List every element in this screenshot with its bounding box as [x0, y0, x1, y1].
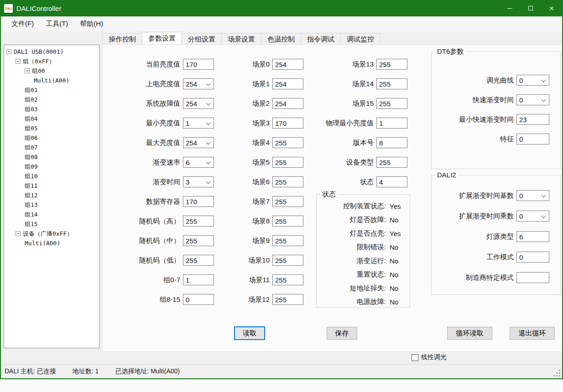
scene-input[interactable]: [272, 274, 303, 285]
field-input[interactable]: [183, 294, 214, 305]
save-button[interactable]: 保存: [327, 327, 357, 340]
tree-node[interactable]: 组05: [4, 124, 99, 133]
scene-input[interactable]: [272, 157, 303, 168]
tree-node[interactable]: Multi(A00): [4, 238, 99, 248]
scene-input[interactable]: [272, 137, 303, 148]
tree-node[interactable]: 组07: [4, 143, 99, 152]
form-row: 场景13: [312, 59, 407, 70]
loop-read-button[interactable]: 循环读取: [447, 327, 492, 340]
field-input[interactable]: [376, 118, 407, 129]
field-input[interactable]: [183, 196, 214, 207]
tree-node[interactable]: 组11: [4, 181, 99, 191]
field-label: 场景7: [214, 197, 272, 206]
form-row: 场景7: [214, 196, 303, 207]
field-input[interactable]: [376, 176, 407, 187]
field-input[interactable]: [376, 78, 407, 89]
menu-item[interactable]: 工具(T): [40, 17, 74, 31]
field-input[interactable]: [183, 216, 214, 227]
field-input[interactable]: [516, 134, 549, 144]
scene-input[interactable]: [272, 118, 303, 129]
field-input[interactable]: [516, 114, 549, 125]
maximize-button[interactable]: [520, 0, 541, 16]
tree-collapse-icon[interactable]: [6, 49, 11, 54]
tab[interactable]: 调试监控: [340, 33, 381, 44]
tab[interactable]: 指令调试: [301, 33, 341, 44]
exit-loop-button[interactable]: 退出循环: [510, 327, 555, 340]
field-combobox[interactable]: 254: [183, 137, 214, 148]
field-input[interactable]: [376, 157, 407, 168]
field-input[interactable]: [183, 274, 214, 285]
field-combobox[interactable]: 0: [516, 94, 549, 105]
scene-input[interactable]: [272, 59, 303, 70]
tree-node[interactable]: 组02: [4, 95, 99, 104]
field-combobox[interactable]: 0: [516, 211, 549, 222]
tree-node[interactable]: DALI USB(0001): [4, 47, 99, 57]
menu-item[interactable]: 帮助(H): [74, 17, 109, 31]
close-button[interactable]: ×: [541, 0, 562, 16]
scene-input[interactable]: [272, 235, 303, 246]
scene-input[interactable]: [272, 196, 303, 207]
tab[interactable]: 参数设置: [142, 32, 182, 44]
tree-node[interactable]: 组12: [4, 191, 99, 200]
scene-input[interactable]: [272, 98, 303, 109]
form-row: 场景12: [214, 294, 303, 305]
minimize-button[interactable]: [499, 0, 520, 16]
tree-node[interactable]: 组01: [4, 85, 99, 95]
tree-node[interactable]: 组03: [4, 104, 99, 114]
tree-node[interactable]: 组06: [4, 133, 99, 143]
tree-node[interactable]: 组10: [4, 171, 99, 181]
tab[interactable]: 分组设置: [182, 33, 222, 44]
status-bar: DALI 主机: 已连接 地址数: 1 已选择地址: Multi(A00): [1, 364, 562, 378]
tree-collapse-icon[interactable]: [16, 231, 21, 236]
scene-input[interactable]: [272, 216, 303, 227]
scene-input[interactable]: [272, 255, 303, 266]
tree-node[interactable]: 组08: [4, 152, 99, 162]
field-label: 场景3: [214, 119, 272, 128]
field-input[interactable]: [516, 272, 549, 283]
tab[interactable]: 场景设置: [221, 33, 261, 44]
tree-collapse-icon[interactable]: [16, 59, 21, 64]
field-input[interactable]: [376, 98, 407, 109]
field-input[interactable]: [183, 255, 214, 266]
tree-node[interactable]: 组15: [4, 219, 99, 229]
combobox-value: 0: [519, 77, 523, 84]
combobox-value: 0: [519, 192, 523, 200]
resize-grip-icon[interactable]: [559, 375, 560, 377]
field-combobox[interactable]: 254: [183, 78, 214, 89]
field-input[interactable]: [183, 235, 214, 246]
field-input[interactable]: [516, 252, 549, 263]
tree-node[interactable]: 组00: [4, 66, 99, 76]
field-input[interactable]: [516, 231, 549, 242]
field-input[interactable]: [183, 59, 214, 70]
tree-node[interactable]: Multi(A00): [4, 76, 99, 85]
scene-input[interactable]: [272, 294, 303, 305]
tree-node[interactable]: 组09: [4, 162, 99, 171]
field-label: 场景8: [214, 217, 272, 226]
menu-item[interactable]: 文件(F): [5, 17, 40, 31]
tree-node[interactable]: 组04: [4, 114, 99, 124]
field-combobox[interactable]: 0: [516, 75, 549, 86]
field-combobox[interactable]: 0: [516, 190, 549, 201]
linear-dimming-checkbox[interactable]: 线性调光: [412, 353, 447, 361]
tree-node[interactable]: 组（0xFF）: [4, 57, 99, 66]
field-combobox[interactable]: 6: [183, 157, 214, 168]
field-label: 工作模式: [432, 253, 516, 262]
field-combobox[interactable]: 1: [183, 118, 214, 129]
scene-input[interactable]: [272, 78, 303, 89]
tab[interactable]: 操作控制: [102, 33, 142, 44]
tree-node[interactable]: 组13: [4, 200, 99, 210]
tree-node[interactable]: 设备（广播0xFF）: [4, 229, 99, 238]
form-row: 最小亮度值 1: [125, 118, 214, 129]
tree-node[interactable]: 组14: [4, 210, 99, 219]
read-button[interactable]: 读取: [234, 326, 265, 340]
field-combobox[interactable]: 3: [183, 176, 214, 187]
tab[interactable]: 色温控制: [261, 33, 301, 44]
status-value: No: [390, 257, 398, 265]
scene-input[interactable]: [272, 176, 303, 187]
tree-collapse-icon[interactable]: [25, 68, 30, 73]
form-row: 扩展渐变时间乘数 0: [432, 211, 556, 222]
field-combobox[interactable]: 254: [183, 98, 214, 109]
field-input[interactable]: [376, 137, 407, 148]
device-tree[interactable]: DALI USB(0001) 组（0xFF） 组00 Multi(A00) 组0…: [4, 45, 99, 348]
field-input[interactable]: [376, 59, 407, 70]
